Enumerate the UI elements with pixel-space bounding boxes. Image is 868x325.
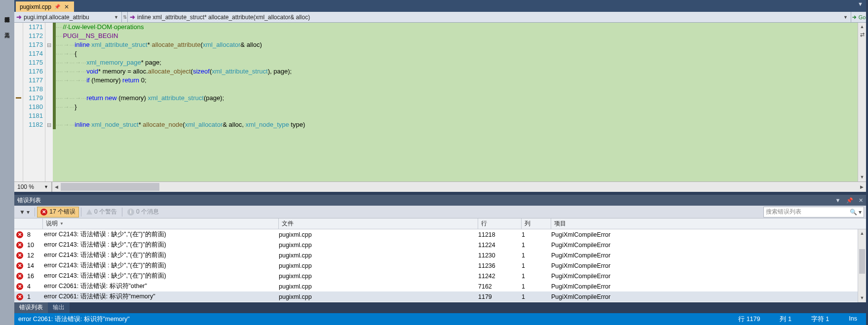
sidebar-tab-server-explorer[interactable]: 服务器资源管理器 <box>3 10 11 16</box>
col-icon[interactable] <box>14 218 25 229</box>
main-area: pugixml.cpp 📌 ✕ ▼ ➜ pugi.impl.allocate_a… <box>14 0 866 325</box>
scroll-down-icon[interactable]: ▼ <box>858 173 866 181</box>
editor-footer: 100 % ▼ ◀ ▶ <box>14 181 866 192</box>
zoom-combo[interactable]: 100 % ▼ <box>14 182 52 192</box>
info-icon: i <box>127 209 134 216</box>
chevron-down-icon[interactable]: ▼ <box>113 15 119 20</box>
error-icon: ✕ <box>16 283 23 290</box>
error-icon: ✕ <box>16 262 23 269</box>
go-arrow-icon <box>852 14 858 20</box>
chevron-down-icon[interactable]: ▼ <box>44 184 48 189</box>
scroll-right-icon[interactable]: ▶ <box>858 182 866 192</box>
document-tab-bar: pugixml.cpp 📌 ✕ ▼ <box>14 0 866 12</box>
file-tab-pugixml[interactable]: pugixml.cpp 📌 ✕ <box>16 1 74 12</box>
status-char: 字符 1 <box>811 315 829 324</box>
error-grid-header: 说明 ▼ 文件 行 列 项目 <box>14 218 866 229</box>
pin-icon[interactable]: 📌 <box>846 197 853 203</box>
warnings-count: 0 个警告 <box>94 208 117 216</box>
tab-output[interactable]: 输出 <box>48 302 70 313</box>
pin-icon[interactable]: 📌 <box>54 4 60 9</box>
split-view-icon[interactable]: ⇄ <box>858 32 866 39</box>
close-icon[interactable]: ✕ <box>63 3 70 10</box>
navigation-bar: ➜ pugi.impl.allocate_attribu ▼ ⇅ ➜ inlin… <box>14 12 866 23</box>
panel-menu-icon[interactable]: ▼ <box>835 197 840 203</box>
member-text: inline xml_attribute_struct* allocate_at… <box>137 14 840 21</box>
member-combo[interactable]: ➜ inline xml_attribute_struct* allocate_… <box>128 12 851 22</box>
go-label: Go <box>859 14 866 20</box>
errors-filter-button[interactable]: ✕ 17 个错误 <box>37 207 79 217</box>
error-list-toolbar: ▼ ▾ ✕ 17 个错误 0 个警告 i 0 个消息 搜索错误列表 🔍 ▾ <box>14 206 866 218</box>
error-row[interactable]: ✕16error C2143: 语法错误 : 缺少","(在")"的前面)pug… <box>14 271 866 281</box>
col-column[interactable]: 列 <box>522 218 551 229</box>
breakpoint-margin[interactable] <box>14 23 23 181</box>
close-icon[interactable]: ✕ <box>859 197 863 203</box>
search-input[interactable]: 搜索错误列表 🔍 ▾ <box>763 207 864 217</box>
error-row[interactable]: ✕12error C2143: 语法错误 : 缺少","(在")"的前面)pug… <box>14 250 866 260</box>
zoom-value: 100 % <box>17 183 34 190</box>
error-row[interactable]: ✕4error C2061: 语法错误: 标识符"other"pugixml.c… <box>14 281 866 291</box>
col-desc-label: 说明 <box>46 219 58 228</box>
errors-count: 17 个错误 <box>49 208 75 216</box>
search-placeholder: 搜索错误列表 <box>766 208 801 216</box>
scope-combo[interactable]: ➜ pugi.impl.allocate_attribu ▼ <box>14 12 122 22</box>
scroll-up-icon[interactable]: ▲ <box>858 229 866 238</box>
scroll-thumb[interactable] <box>61 183 159 191</box>
status-ins: Ins <box>849 315 857 324</box>
right-sidebar <box>866 0 868 325</box>
arrow-icon: ➜ <box>16 13 22 21</box>
chevron-down-icon[interactable]: ▼ <box>842 15 849 20</box>
error-grid-body: ✕8error C2143: 语法错误 : 缺少","(在")"的前面)pugi… <box>14 229 866 302</box>
code-editor: 1171117211731174117511761177117811791180… <box>14 23 866 181</box>
file-tab-label: pugixml.cpp <box>20 3 51 10</box>
separator <box>35 208 35 217</box>
arrow-icon: ➜ <box>130 13 135 21</box>
warning-icon <box>86 209 92 215</box>
left-sidebar: 服务器资源管理器 工具箱 <box>0 0 14 325</box>
status-bar: error C2061: 语法错误: 标识符"memory" 行 1179 列 … <box>14 313 866 325</box>
col-number[interactable] <box>25 218 43 229</box>
go-button[interactable]: Go <box>851 12 866 22</box>
nav-splitter[interactable]: ⇅ <box>122 12 128 22</box>
editor-horizontal-scrollbar[interactable]: ◀ ▶ <box>52 182 866 192</box>
error-row[interactable]: ✕8error C2143: 语法错误 : 缺少","(在")"的前面)pugi… <box>14 229 866 240</box>
col-line[interactable]: 行 <box>478 218 522 229</box>
scroll-down-icon[interactable]: ▼ <box>858 294 866 302</box>
error-icon: ✕ <box>16 293 23 300</box>
scroll-thumb[interactable] <box>859 249 865 274</box>
scope-text: pugi.impl.allocate_attribu <box>24 14 111 21</box>
error-icon: ✕ <box>16 231 23 238</box>
col-file[interactable]: 文件 <box>279 218 478 229</box>
editor-vertical-scrollbar[interactable]: ▲ ⇄ ▼ <box>858 23 866 181</box>
status-col: 列 1 <box>780 315 791 324</box>
messages-count: 0 个消息 <box>136 208 159 216</box>
search-icon[interactable]: 🔍 ▾ <box>850 209 862 216</box>
error-row[interactable]: ✕10error C2143: 语法错误 : 缺少","(在")"的前面)pug… <box>14 240 866 250</box>
col-project[interactable]: 项目 <box>551 218 866 229</box>
tab-error-list[interactable]: 错误列表 <box>14 302 48 313</box>
grid-vertical-scrollbar[interactable]: ▲ ▼ <box>858 229 866 302</box>
error-icon: ✕ <box>40 209 47 216</box>
col-description[interactable]: 说明 ▼ <box>43 218 279 229</box>
panel-title: 错误列表 <box>17 196 41 205</box>
scroll-left-icon[interactable]: ◀ <box>52 182 61 192</box>
error-row[interactable]: ✕1error C2061: 语法错误: 标识符"memory"pugixml.… <box>14 291 866 302</box>
status-message: error C2061: 语法错误: 标识符"memory" <box>18 315 738 324</box>
warnings-filter-button[interactable]: 0 个警告 <box>83 207 120 217</box>
code-text-area[interactable]: ····//·Low-level·DOM·operations····PUGI_… <box>56 23 858 181</box>
messages-filter-button[interactable]: i 0 个消息 <box>124 207 162 217</box>
fold-gutter[interactable]: ⊟⊟ <box>45 23 53 181</box>
filter-button[interactable]: ▼ ▾ <box>16 207 33 217</box>
bookmark-icon[interactable] <box>16 97 21 99</box>
tab-overflow-icon[interactable]: ▼ <box>858 1 863 7</box>
line-number-gutter: 1171117211731174117511761177117811791180… <box>23 23 45 181</box>
separator <box>122 208 122 217</box>
status-line: 行 1179 <box>738 315 760 324</box>
separator <box>81 208 81 217</box>
error-icon: ✕ <box>16 242 23 249</box>
error-list-titlebar: 错误列表 ▼ 📌 ✕ <box>14 195 866 206</box>
error-icon: ✕ <box>16 252 23 259</box>
error-icon: ✕ <box>16 273 23 280</box>
scroll-up-icon[interactable]: ▲ <box>858 23 866 31</box>
sidebar-tab-toolbox[interactable]: 工具箱 <box>3 26 11 32</box>
error-row[interactable]: ✕14error C2143: 语法错误 : 缺少","(在")"的前面)pug… <box>14 260 866 271</box>
